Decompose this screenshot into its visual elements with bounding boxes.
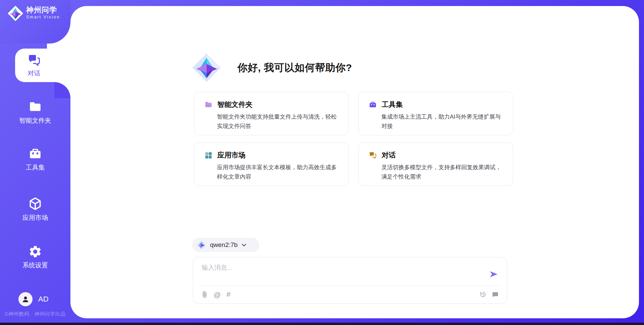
sidebar-item-label: 工具集	[26, 163, 45, 172]
history-icon[interactable]	[479, 291, 487, 298]
sidebar-item-label: 系统设置	[22, 261, 48, 270]
card-description: 灵活切换多模型文件，支持多样回复效果调试，满足个性化需求	[381, 163, 505, 181]
hash-icon[interactable]: #	[226, 291, 230, 298]
card-title: 智能文件夹	[217, 100, 253, 109]
chat-icon	[27, 53, 41, 67]
card-title: 应用市场	[217, 150, 246, 160]
toolbox-icon	[28, 147, 42, 161]
sidebar-item-app-market[interactable]: 应用市场	[0, 196, 70, 222]
card-title: 对话	[382, 150, 396, 160]
sidebar-item-smart-folder[interactable]: 智能文件夹	[0, 100, 70, 125]
message-composer: @ #	[193, 257, 507, 304]
brand-diamond-logo-icon	[192, 53, 221, 82]
copyright-footer: ©神州数码 · 神州问学出品	[5, 311, 65, 317]
brand-subtitle: Smart Vision	[26, 15, 60, 19]
mention-icon[interactable]: @	[214, 291, 221, 298]
cube-icon	[28, 196, 43, 211]
greeting-title: 你好, 我可以如何帮助你?	[237, 61, 352, 75]
user-initials: AD	[38, 295, 49, 304]
sidebar-item-chat[interactable]: 对话	[15, 49, 70, 82]
greeting-block: 你好, 我可以如何帮助你?	[192, 53, 352, 82]
sidebar-item-label: 应用市场	[22, 213, 48, 222]
sidebar-item-toolset[interactable]: 工具集	[0, 147, 70, 172]
card-description: 应用市场提供丰富长文本模板，助力高效生成多样化文章内容	[217, 163, 340, 181]
comments-icon[interactable]	[492, 291, 499, 298]
folder-icon	[204, 101, 213, 109]
model-diamond-icon	[197, 241, 206, 250]
brand-name: 神州问学	[26, 5, 60, 15]
briefcase-icon	[369, 101, 377, 109]
gear-icon	[28, 245, 42, 259]
sidebar-item-label: 智能文件夹	[19, 116, 51, 125]
card-description: 智能文件夹功能支持批量文件上传与清洗，轻松实现文件问答	[217, 112, 340, 131]
card-description: 集成市场上主流工具，助力AI与外界无缝扩展与对接	[381, 112, 505, 131]
card-title: 工具集	[382, 100, 403, 109]
composer-divider	[199, 285, 501, 286]
card-chat[interactable]: 对话 灵活切换多模型文件，支持多样回复效果调试，满足个性化需求	[358, 142, 513, 186]
card-app-market[interactable]: 应用市场 应用市场提供丰富长文本模板，助力高效生成多样化文章内容	[194, 142, 349, 186]
active-tab-fillet	[54, 82, 70, 98]
user-profile[interactable]: AD	[18, 292, 49, 306]
bottom-strip	[0, 323, 644, 325]
model-name: qwen2:7b	[210, 241, 237, 249]
composer-toolbar: @ #	[201, 290, 499, 299]
avatar	[18, 292, 33, 306]
sidebar-item-settings[interactable]: 系统设置	[0, 245, 70, 270]
model-selector[interactable]: qwen2:7b	[192, 238, 259, 252]
message-input[interactable]	[202, 263, 483, 282]
send-button[interactable]	[489, 271, 498, 278]
folder-icon	[28, 100, 42, 114]
card-toolset[interactable]: 工具集 集成市场上主流工具，助力AI与外界无缝扩展与对接	[358, 92, 513, 135]
app-window: 你好, 我可以如何帮助你? 智能文件夹 智能文件夹功能支持批量文件上传与清洗，轻…	[0, 0, 644, 325]
sidebar-item-label: 对话	[28, 69, 41, 78]
main-content-panel: 你好, 我可以如何帮助你? 智能文件夹 智能文件夹功能支持批量文件上传与清洗，轻…	[70, 6, 639, 318]
brand-logo-icon	[7, 5, 23, 21]
attachment-icon[interactable]	[201, 290, 208, 299]
grid-icon	[204, 151, 213, 159]
chat-icon	[369, 151, 377, 159]
chevron-down-icon	[241, 243, 247, 247]
card-smart-folder[interactable]: 智能文件夹 智能文件夹功能支持批量文件上传与清洗，轻松实现文件问答	[194, 92, 349, 135]
brand-header: 神州问学 Smart Vision	[0, 0, 70, 44]
